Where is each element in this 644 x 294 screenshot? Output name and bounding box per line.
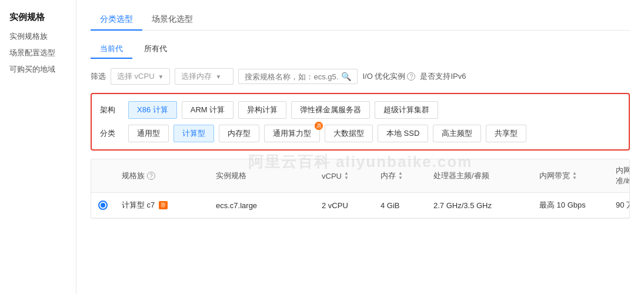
td-memory: 4 GiB (373, 193, 426, 218)
td-spec: ecs.c7.large (209, 193, 315, 218)
tab-all-gen[interactable]: 所有代 (135, 40, 176, 59)
category-btn-compute[interactable]: 计算型 (173, 125, 214, 142)
arch-btn-group: X86 计算 ARM 计算 异构计算 弹性裸金属服务器 超级计算集群 (128, 101, 438, 119)
memory-select[interactable]: 选择内存 ▼ (175, 68, 233, 85)
th-memory: 内存 ▲▼ (373, 159, 426, 192)
sidebar-item-family[interactable]: 实例规格族 (9, 31, 66, 42)
search-icon[interactable]: 🔍 (341, 72, 351, 81)
category-btn-general-compute[interactable]: 通用算力型 惠 (264, 125, 320, 142)
category-btn-general[interactable]: 通用型 (128, 125, 169, 142)
th-spec: 实例规格 (209, 159, 315, 192)
vcpu-arrow-icon: ▼ (158, 74, 164, 80)
sidebar-item-scene[interactable]: 场景配置选型 (9, 48, 66, 58)
memory-arrow-icon: ▼ (215, 74, 221, 80)
row-radio-button[interactable] (98, 201, 108, 210)
spec-table: 规格族 ? 实例规格 vCPU ▲▼ 内存 ▲▼ 处理器主频/睿频 内网带宽 ▲… (91, 159, 630, 219)
tab-scene[interactable]: 场景化选型 (142, 9, 202, 31)
arch-category-section: 架构 X86 计算 ARM 计算 异构计算 弹性裸金属服务器 超级计算集群 分类… (91, 93, 630, 151)
category-btn-memory[interactable]: 内存型 (219, 125, 259, 142)
th-family: 规格族 ? (115, 159, 209, 192)
main-content: 分类选型 场景化选型 当前代 所有代 筛选 选择 vCPU ▼ 选择内存 ▼ 🔍 (76, 0, 644, 294)
search-box[interactable]: 🔍 (238, 69, 358, 84)
category-btn-shared[interactable]: 共享型 (486, 125, 526, 142)
arch-btn-arm[interactable]: ARM 计算 (182, 101, 234, 119)
th-freq: 处理器主频/睿频 (426, 159, 532, 192)
th-bandwidth: 内网带宽 ▲▼ (532, 159, 609, 192)
tab-classify[interactable]: 分类选型 (91, 9, 142, 31)
category-btn-localssd[interactable]: 本地 SSD (378, 125, 428, 142)
sidebar-title: 实例规格 (9, 12, 66, 23)
family-info-icon[interactable]: ? (147, 172, 155, 180)
table-header: 规格族 ? 实例规格 vCPU ▲▼ 内存 ▲▼ 处理器主频/睿频 内网带宽 ▲… (91, 159, 629, 193)
td-bandwidth: 最高 10 Gbps (532, 193, 609, 218)
arch-btn-x86[interactable]: X86 计算 (128, 101, 177, 119)
table-row[interactable]: 计算型 c7 荐 ecs.c7.large 2 vCPU 4 GiB 2.7 G… (91, 193, 629, 218)
td-radio[interactable] (91, 193, 115, 218)
radio-inner (101, 203, 105, 208)
td-family: 计算型 c7 荐 (115, 193, 209, 218)
category-label: 分类 (100, 128, 121, 139)
tabs-top: 分类选型 场景化选型 (91, 9, 630, 31)
sidebar: 实例规格 实例规格族 场景配置选型 可购买的地域 (0, 0, 76, 294)
arch-btn-hpc[interactable]: 超级计算集群 (375, 101, 438, 119)
family-badge: 荐 (159, 201, 168, 209)
th-vcpu: vCPU ▲▼ (315, 159, 373, 192)
filter-row: 筛选 选择 vCPU ▼ 选择内存 ▼ 🔍 I/O 优化实例 ? 是否支持IPv… (91, 68, 630, 85)
io-info-icon[interactable]: ? (407, 72, 415, 81)
category-btn-highfreq[interactable]: 高主频型 (433, 125, 481, 142)
vcpu-select[interactable]: 选择 vCPU ▼ (111, 68, 170, 85)
td-vcpu: 2 vCPU (315, 193, 373, 218)
search-input[interactable] (245, 72, 339, 81)
arch-btn-bare-metal[interactable]: 弹性裸金属服务器 (291, 101, 370, 119)
io-label: I/O 优化实例 ? (362, 71, 415, 82)
badge-icon-infer: 惠 (315, 122, 323, 130)
td-freq: 2.7 GHz/3.5 GHz (426, 193, 532, 218)
filter-label: 筛选 (91, 71, 106, 82)
category-btn-bigdata[interactable]: 大数据型 (325, 125, 373, 142)
category-row: 分类 通用型 计算型 内存型 通用算力型 惠 大数据型 本地 SSD 高主频型 … (100, 125, 620, 142)
td-pps: 90 万 PPS (609, 193, 630, 218)
category-btn-group: 通用型 计算型 内存型 通用算力型 惠 大数据型 本地 SSD 高主频型 共享型 (128, 125, 526, 142)
th-select (91, 159, 115, 192)
bandwidth-sort-icon[interactable]: ▲▼ (572, 171, 577, 181)
vcpu-sort-icon[interactable]: ▲▼ (344, 171, 349, 181)
arch-row: 架构 X86 计算 ARM 计算 异构计算 弹性裸金属服务器 超级计算集群 (100, 101, 620, 119)
vcpu-placeholder: 选择 vCPU (117, 71, 155, 82)
ipv6-label: 是否支持IPv6 (420, 71, 466, 82)
memory-placeholder: 选择内存 (181, 71, 212, 82)
arch-btn-hetero[interactable]: 异构计算 (238, 101, 286, 119)
tab-current-gen[interactable]: 当前代 (91, 40, 132, 59)
memory-sort-icon[interactable]: ▲▼ (398, 171, 403, 181)
th-pps: 内网收发包 基准/峰 ▲▼ (609, 159, 630, 192)
tabs-gen: 当前代 所有代 (91, 40, 630, 59)
sidebar-item-region[interactable]: 可购买的地域 (9, 64, 66, 75)
arch-label: 架构 (100, 105, 121, 115)
